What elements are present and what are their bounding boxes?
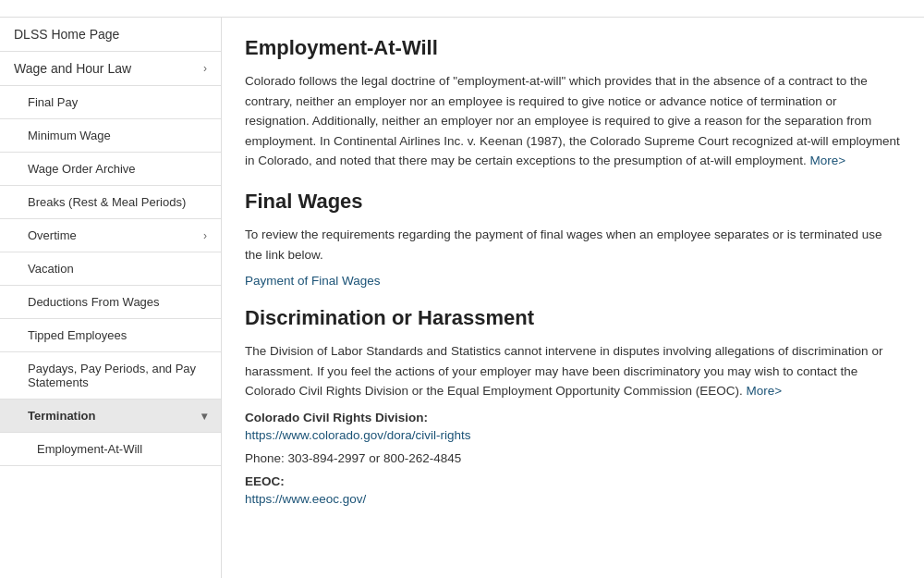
- sidebar-item-paydays[interactable]: Paydays, Pay Periods, and Pay Statements: [0, 352, 221, 400]
- sidebar-item-final-pay[interactable]: Final Pay: [0, 86, 221, 119]
- section-title-discrimination-harassment: Discrimination or Harassment: [245, 306, 901, 330]
- sidebar-item-label: Minimum Wage: [28, 129, 111, 142]
- subsection-label-eeoc: EEOC:: [245, 474, 901, 488]
- subsection-url-eeoc[interactable]: https://www.eeoc.gov/: [245, 492, 901, 506]
- subsection-url-civil-rights[interactable]: https://www.colorado.gov/dora/civil-righ…: [245, 428, 901, 442]
- sidebar-item-label: Vacation: [28, 262, 74, 276]
- sidebar-item-label: DLSS Home Page: [14, 27, 119, 42]
- sidebar: DLSS Home PageWage and Hour Law›Final Pa…: [0, 18, 222, 578]
- sidebar-item-wage-order-archive[interactable]: Wage Order Archive: [0, 153, 221, 186]
- sidebar-item-label: Wage and Hour Law: [14, 61, 131, 76]
- section-body-discrimination-harassment: The Division of Labor Standards and Stat…: [245, 341, 901, 401]
- section-link-employment-at-will[interactable]: More>: [810, 154, 846, 167]
- main-content: Employment-At-WillColorado follows the l…: [222, 18, 924, 578]
- chevron-right-icon: ›: [203, 229, 207, 242]
- subsection-phone-civil-rights: Phone: 303-894-2997 or 800-262-4845: [245, 451, 901, 465]
- sidebar-item-label: Wage Order Archive: [28, 162, 136, 176]
- sidebar-item-label: Employment-At-Will: [37, 442, 142, 456]
- sidebar-item-overtime[interactable]: Overtime›: [0, 219, 221, 252]
- sidebar-item-wage-hour-law[interactable]: Wage and Hour Law›: [0, 52, 221, 86]
- sidebar-item-label: Overtime: [28, 228, 77, 242]
- final-wages-link[interactable]: Payment of Final Wages: [245, 274, 901, 288]
- sidebar-item-label: Tipped Employees: [28, 328, 127, 342]
- sidebar-item-tipped-employees[interactable]: Tipped Employees: [0, 319, 221, 352]
- sidebar-item-label: Deductions From Wages: [28, 295, 160, 309]
- chevron-down-icon: ▾: [201, 410, 207, 423]
- section-body-final-wages: To review the requirements regarding the…: [245, 225, 901, 264]
- sidebar-item-employment-at-will-sub[interactable]: Employment-At-Will: [0, 433, 221, 466]
- sidebar-item-label: Termination: [28, 409, 95, 423]
- subsection-label-civil-rights: Colorado Civil Rights Division:: [245, 411, 901, 424]
- sidebar-item-breaks[interactable]: Breaks (Rest & Meal Periods): [0, 186, 221, 219]
- section-body-employment-at-will: Colorado follows the legal doctrine of "…: [245, 71, 901, 171]
- section-title-employment-at-will: Employment-At-Will: [245, 36, 901, 60]
- sidebar-item-label: Paydays, Pay Periods, and Pay Statements: [28, 362, 207, 389]
- sidebar-item-termination[interactable]: Termination▾: [0, 400, 221, 433]
- page-title-bar: [0, 0, 924, 18]
- sidebar-item-label: Final Pay: [28, 95, 78, 109]
- sidebar-item-dlss-home[interactable]: DLSS Home Page: [0, 18, 221, 52]
- section-title-final-wages: Final Wages: [245, 190, 901, 214]
- sidebar-item-vacation[interactable]: Vacation: [0, 252, 221, 286]
- sidebar-item-label: Breaks (Rest & Meal Periods): [28, 195, 186, 209]
- sidebar-item-minimum-wage[interactable]: Minimum Wage: [0, 119, 221, 153]
- section-link-discrimination-harassment[interactable]: More>: [746, 384, 782, 398]
- chevron-right-icon: ›: [203, 62, 207, 75]
- sidebar-item-deductions[interactable]: Deductions From Wages: [0, 286, 221, 319]
